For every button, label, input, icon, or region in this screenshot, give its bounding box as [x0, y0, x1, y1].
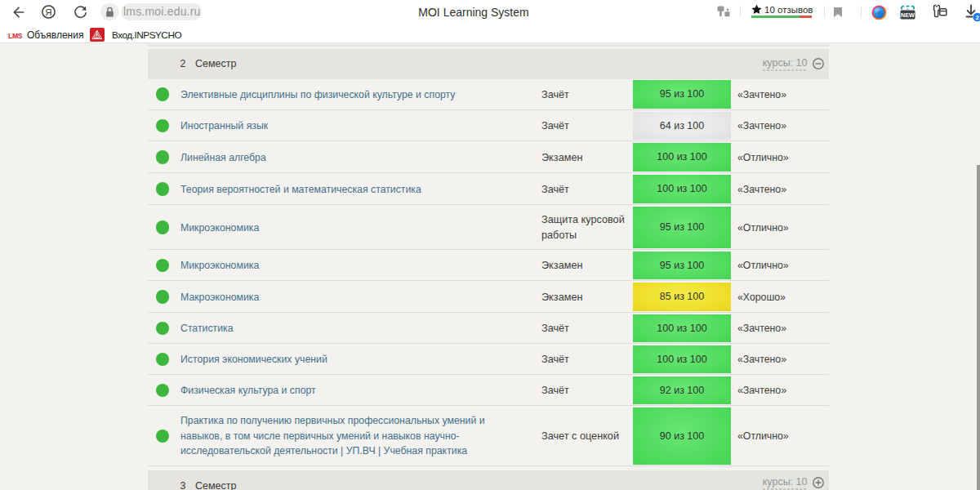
svg-text:Я: Я: [45, 7, 51, 17]
svg-text:NEW: NEW: [901, 11, 915, 19]
svg-text:2: 2: [975, 14, 979, 21]
